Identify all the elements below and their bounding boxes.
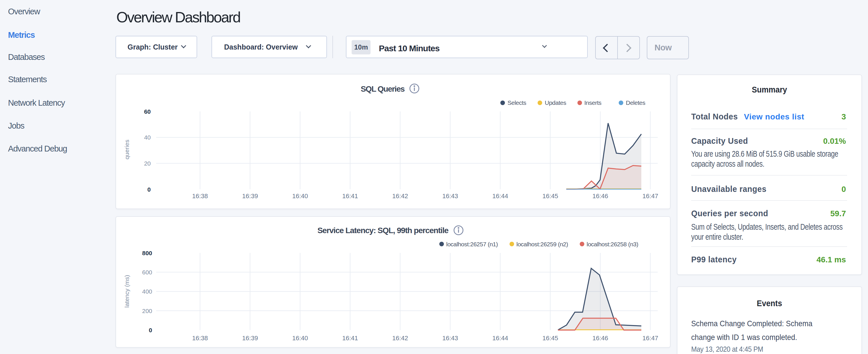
svg-text:16:43: 16:43 bbox=[442, 334, 458, 342]
svg-text:60: 60 bbox=[144, 108, 151, 115]
svg-text:localhost:26259 (n2): localhost:26259 (n2) bbox=[517, 241, 568, 248]
svg-text:16:40: 16:40 bbox=[292, 334, 308, 342]
svg-text:Inserts: Inserts bbox=[584, 99, 601, 106]
svg-text:16:43: 16:43 bbox=[442, 192, 458, 200]
svg-text:16:47: 16:47 bbox=[643, 192, 658, 200]
svg-text:40: 40 bbox=[144, 134, 151, 141]
svg-text:Service Latency: SQL, 99th per: Service Latency: SQL, 99th percentile bbox=[317, 226, 448, 235]
svg-text:16:47: 16:47 bbox=[643, 334, 658, 342]
svg-text:16:46: 16:46 bbox=[592, 334, 608, 342]
svg-text:0: 0 bbox=[147, 186, 151, 193]
svg-text:16:38: 16:38 bbox=[192, 334, 208, 342]
svg-text:16:40: 16:40 bbox=[292, 192, 308, 200]
svg-text:200: 200 bbox=[142, 308, 152, 314]
svg-text:800: 800 bbox=[142, 250, 152, 256]
svg-text:16:45: 16:45 bbox=[542, 334, 558, 342]
svg-text:Selects: Selects bbox=[507, 99, 526, 106]
svg-text:16:41: 16:41 bbox=[342, 334, 358, 342]
svg-text:0: 0 bbox=[149, 327, 152, 333]
svg-text:localhost:26258 (n3): localhost:26258 (n3) bbox=[587, 241, 638, 248]
svg-text:600: 600 bbox=[142, 269, 152, 276]
svg-text:16:38: 16:38 bbox=[192, 192, 208, 200]
svg-text:localhost:26257 (n1): localhost:26257 (n1) bbox=[446, 241, 498, 248]
svg-text:SQL Queries: SQL Queries bbox=[361, 85, 405, 93]
svg-text:latency (ms): latency (ms) bbox=[124, 275, 130, 308]
svg-text:16:41: 16:41 bbox=[342, 192, 358, 200]
svg-text:16:39: 16:39 bbox=[242, 334, 258, 342]
svg-text:16:42: 16:42 bbox=[392, 334, 408, 342]
svg-text:queries: queries bbox=[124, 140, 130, 160]
svg-text:16:44: 16:44 bbox=[492, 334, 508, 342]
svg-text:400: 400 bbox=[142, 288, 152, 295]
svg-text:16:46: 16:46 bbox=[592, 192, 608, 200]
svg-text:16:39: 16:39 bbox=[242, 192, 258, 200]
svg-text:Updates: Updates bbox=[545, 99, 566, 106]
svg-text:16:45: 16:45 bbox=[542, 192, 558, 200]
svg-text:16:42: 16:42 bbox=[392, 192, 408, 200]
svg-text:16:44: 16:44 bbox=[492, 192, 508, 200]
svg-text:Deletes: Deletes bbox=[626, 99, 645, 106]
svg-text:20: 20 bbox=[144, 160, 151, 167]
